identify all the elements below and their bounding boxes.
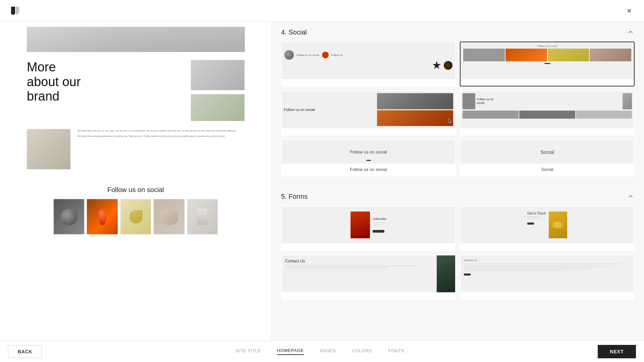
tab-pages[interactable]: PAGES <box>320 348 336 355</box>
form-option-4-label <box>461 292 634 299</box>
preview-social-title: Follow us on social <box>27 186 245 194</box>
social-option-4-thumbnail: Follow us onsocial <box>461 91 634 128</box>
tab-fonts[interactable]: FONTS <box>388 348 404 355</box>
preview-photo-5 <box>187 199 218 234</box>
preview-photos-row <box>27 199 245 234</box>
section-divider <box>281 183 635 183</box>
preview-image-top <box>191 60 245 90</box>
preview-image-green <box>191 94 245 121</box>
nav-tabs: SITE TITLE HOMEPAGE PAGES COLORS FONTS <box>235 348 404 355</box>
back-button[interactable]: BACK <box>8 345 42 358</box>
form-option-4-text: Contact Us <box>464 259 631 262</box>
form-option-1[interactable]: Subscribe <box>281 206 456 251</box>
social-option-3-label <box>282 128 455 135</box>
form-option-2-thumbnail: Get in Touch <box>461 206 634 243</box>
preview-photo-4 <box>154 199 184 234</box>
social-option-5-label: Follow us on social <box>282 164 455 175</box>
social-option-6-thumbnail: Social <box>461 140 634 164</box>
preview-text-block: Tell people about who you are, your orig… <box>77 129 245 140</box>
preview-photo-2 <box>87 199 117 234</box>
preview-image-large <box>27 129 70 169</box>
tab-homepage[interactable]: HOMEPAGE <box>277 348 304 355</box>
preview-panel: More about our brand Tell p <box>0 21 272 341</box>
preview-photo-1 <box>54 199 84 234</box>
preview-social-section: Follow us on social <box>0 176 271 241</box>
form-option-3-label <box>282 292 455 299</box>
form-option-1-thumbnail: Subscribe <box>282 206 455 243</box>
form-option-3-thumbnail: Contact Us <box>282 255 455 292</box>
form-option-4-thumbnail: Contact Us <box>461 255 634 292</box>
form-option-3-text: Contact Us <box>285 259 433 263</box>
preview-website: More about our brand Tell p <box>0 27 271 241</box>
social-option-6[interactable]: Social Social <box>460 139 635 176</box>
top-bar <box>0 0 644 21</box>
social-option-3[interactable]: Follow us on social <box>281 90 456 135</box>
social-option-5-thumbnail: Follow us on social <box>282 140 455 164</box>
preview-about-text: More about our brand <box>27 60 177 109</box>
social-option-6-label: Social <box>461 164 634 175</box>
form-option-1-label <box>282 243 455 250</box>
preview-about-section: More about our brand <box>0 52 271 129</box>
preview-photo-3 <box>120 199 151 234</box>
form-option-2-label <box>461 243 634 250</box>
close-button[interactable]: × <box>623 4 636 17</box>
tab-colors[interactable]: COLORS <box>352 348 372 355</box>
form-option-4[interactable]: Contact Us <box>460 255 635 300</box>
next-button[interactable]: NEXT <box>598 345 636 358</box>
preview-body-text-1: Tell people about who you are, your orig… <box>77 129 245 132</box>
social-option-1-label <box>282 79 455 86</box>
section4-header: 4. Social <box>272 21 644 42</box>
social-option-5[interactable]: Follow us on social Follow us on social <box>281 139 456 176</box>
social-option-6-inner-text: Social <box>540 149 554 155</box>
form-option-2-text: Get in Touch <box>527 212 546 215</box>
preview-inner: More about our brand Tell p <box>0 21 271 341</box>
bottom-nav: BACK SITE TITLE HOMEPAGE PAGES COLORS FO… <box>0 341 644 362</box>
form-option-3[interactable]: Contact Us <box>281 255 456 300</box>
preview-about-title: More about our brand <box>27 60 177 104</box>
social-option-4-label <box>461 128 634 135</box>
section5-title: 5. Forms <box>281 193 308 200</box>
social-option-2-thumb-text: Follow us on social <box>537 45 557 47</box>
social-option-2-thumbnail: Follow us on social <box>461 42 634 79</box>
section4-title: 4. Social <box>281 28 307 36</box>
social-option-1-thumbnail: Follow us on social Follow us <box>282 42 455 79</box>
preview-about-bottom: Tell people about who you are, your orig… <box>0 129 271 176</box>
social-options-grid: Follow us on social Follow us <box>272 42 644 183</box>
social-option-2-label <box>461 79 634 86</box>
main-content: More about our brand Tell p <box>0 21 644 341</box>
social-option-4[interactable]: Follow us onsocial <box>460 90 635 135</box>
social-option-1[interactable]: Follow us on social Follow us <box>281 42 456 86</box>
form-option-2[interactable]: Get in Touch <box>460 206 635 251</box>
logo[interactable] <box>8 4 22 18</box>
social-option-3-thumbnail: Follow us on social <box>282 91 455 128</box>
preview-about-images <box>191 60 245 121</box>
right-panel: 4. Social Follow us on social Follow us <box>272 21 644 341</box>
preview-body-text-2: Don't worry about sounding professional.… <box>77 134 245 138</box>
section5-header: 5. Forms <box>272 186 644 206</box>
cursor-overlay <box>448 118 452 125</box>
section4-collapse-icon[interactable] <box>627 28 635 36</box>
social-option-5-inner-text: Follow us on social <box>347 147 390 157</box>
tab-site-title[interactable]: SITE TITLE <box>235 348 261 355</box>
section5-collapse-icon[interactable] <box>627 192 635 200</box>
forms-options-grid: Subscribe Get in Touch <box>272 206 644 306</box>
preview-banner <box>27 27 245 52</box>
social-option-2[interactable]: Follow us on social <box>460 42 635 86</box>
